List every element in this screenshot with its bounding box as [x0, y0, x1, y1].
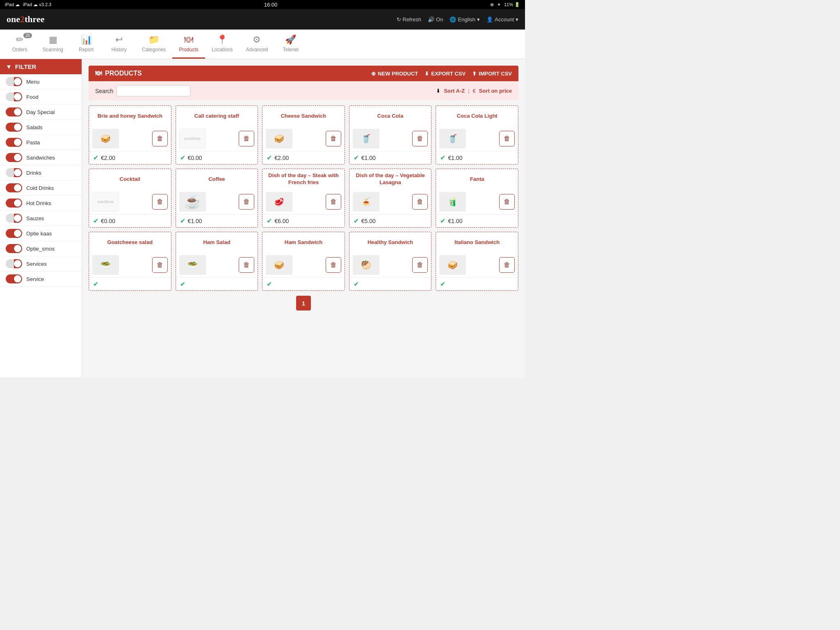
product-img-cocktail: one2three	[92, 192, 119, 212]
product-card-goatcheese[interactable]: Goatcheese salad 🥗 🗑 ✔	[89, 232, 171, 291]
dayspecial-toggle[interactable]	[6, 107, 22, 116]
search-bar: Search ⬇ Sort A-Z | € Sort on price	[89, 81, 518, 100]
filter-optiekaas[interactable]: Optie kaas	[0, 226, 82, 241]
menu-toggle[interactable]	[6, 77, 22, 86]
product-card-fanta[interactable]: Fanta 🧃 🗑 ✔ €1.00	[436, 169, 518, 228]
delete-cocalight-button[interactable]: 🗑	[499, 131, 515, 146]
delete-coffee-button[interactable]: 🗑	[239, 194, 254, 210]
product-card-hamsalad[interactable]: Ham Salad 🥗 🗑 ✔	[176, 232, 258, 291]
nav-locations[interactable]: 📍 Locations	[205, 30, 239, 59]
optiekaas-label: Optie kaas	[26, 231, 52, 237]
filter-dayspecial[interactable]: Day Special	[0, 105, 82, 120]
export-csv-button[interactable]: ⬇ EXPORT CSV	[425, 71, 466, 77]
filter-salads[interactable]: Salads	[0, 120, 82, 135]
nav-history[interactable]: ↩ History	[103, 30, 135, 59]
language-button[interactable]: 🌐 English ▾	[450, 16, 480, 23]
product-body-dishsteak: 🥩 🗑	[262, 189, 345, 214]
filter-service[interactable]: Service	[0, 272, 82, 287]
nav-report[interactable]: 📊 Report	[70, 30, 103, 59]
product-card-cocktail[interactable]: Cocktail one2three 🗑 ✔ €0.00	[89, 169, 171, 228]
product-body-cocalight: 🥤 🗑	[436, 126, 518, 151]
filter-pasta[interactable]: Pasta	[0, 135, 82, 150]
filter-menu[interactable]: Menu	[0, 74, 82, 89]
product-card-coffee[interactable]: Coffee ☕ 🗑 ✔ €1.00	[176, 169, 258, 228]
sort-price-button[interactable]: Sort on price	[479, 88, 512, 94]
product-card-cheese[interactable]: Cheese Sandwich 🥪 🗑 ✔ €2.00	[262, 105, 345, 164]
colddrinks-toggle[interactable]	[6, 183, 22, 192]
delete-fanta-button[interactable]: 🗑	[499, 194, 515, 210]
refresh-button[interactable]: ↻ Refresh	[397, 16, 422, 23]
nav-scanning[interactable]: ▦ Scanning	[36, 30, 70, 59]
nav-advanced[interactable]: ⚙ Advanced	[239, 30, 274, 59]
nav-telenet[interactable]: 🚀 Telenet	[274, 30, 307, 59]
product-footer-brie: ✔ €2.00	[89, 151, 171, 164]
product-card-cocacola[interactable]: Coca Cola 🥤 🗑 ✔ €1.00	[349, 105, 432, 164]
account-button[interactable]: 👤 Account ▾	[486, 16, 518, 23]
product-card-brie[interactable]: Brie and honey Sandwich 🥪 🗑 ✔ €2.00	[89, 105, 171, 164]
filter-sauzes[interactable]: Sauzes	[0, 211, 82, 226]
product-card-italiano[interactable]: Italiano Sandwich 🥪 🗑 ✔	[436, 232, 518, 291]
filter-optiesmos[interactable]: Optie_smos	[0, 241, 82, 256]
drinks-toggle[interactable]	[6, 168, 22, 177]
pasta-toggle[interactable]	[6, 138, 22, 147]
nav-categories[interactable]: 📁 Categories	[135, 30, 172, 59]
product-card-cocalight[interactable]: Coca Cola Light 🥤 🗑 ✔ €1.00	[436, 105, 518, 164]
sort-az-button[interactable]: Sort A-Z	[444, 88, 465, 94]
product-card-hamsandwich[interactable]: Ham Sandwich 🥪 🗑 ✔	[262, 232, 345, 291]
product-name-hamsalad: Ham Salad	[176, 232, 258, 253]
nav-orders[interactable]: ✏ Orders 20	[3, 30, 36, 59]
delete-cheese-button[interactable]: 🗑	[326, 131, 341, 146]
product-footer-goatcheese: ✔	[89, 277, 171, 290]
filter-services[interactable]: Services	[0, 256, 82, 272]
food-toggle[interactable]	[6, 92, 22, 101]
page-1-button[interactable]: 1	[296, 296, 311, 310]
filter-drinks[interactable]: Drinks	[0, 165, 82, 180]
product-footer-hamsalad: ✔	[176, 277, 258, 290]
delete-dishveg-button[interactable]: 🗑	[412, 194, 428, 210]
delete-dishsteak-button[interactable]: 🗑	[326, 194, 341, 210]
delete-cocacola-button[interactable]: 🗑	[412, 131, 428, 146]
delete-hamsandwich-button[interactable]: 🗑	[326, 257, 341, 273]
active-icon-coffee: ✔	[180, 217, 185, 225]
sound-button[interactable]: 🔊 On	[428, 16, 443, 23]
search-input[interactable]	[116, 85, 190, 96]
product-card-dishveg[interactable]: Dish of the day – Vegetable Lasagna 🍝 🗑 …	[349, 169, 432, 228]
delete-cocktail-button[interactable]: 🗑	[152, 194, 168, 210]
product-name-goatcheese: Goatcheese salad	[89, 232, 171, 253]
optiesmos-toggle[interactable]	[6, 244, 22, 253]
nav-categories-label: Categories	[142, 47, 166, 52]
sauzes-toggle[interactable]	[6, 214, 22, 223]
services-toggle[interactable]	[6, 259, 22, 268]
service-toggle[interactable]	[6, 274, 22, 283]
history-icon: ↩	[115, 34, 123, 45]
product-card-dishsteak[interactable]: Dish of the day – Steak with French frie…	[262, 169, 345, 228]
delete-healthy-button[interactable]: 🗑	[412, 257, 428, 273]
nav-products[interactable]: 🍽 Products	[172, 30, 205, 59]
product-img-healthy: 🥙	[353, 255, 379, 275]
hotdrinks-toggle[interactable]	[6, 199, 22, 208]
new-product-button[interactable]: ⊕ NEW PRODUCT	[371, 71, 418, 77]
product-card-callcatering[interactable]: Call catering staff one2three 🗑 ✔ €0.00	[176, 105, 258, 164]
active-icon-italiano: ✔	[440, 280, 445, 288]
price-dishsteak: €6.00	[274, 218, 289, 224]
services-label: Services	[26, 261, 47, 267]
filter-sandwiches[interactable]: Sandwiches	[0, 150, 82, 165]
delete-brie-button[interactable]: 🗑	[152, 131, 168, 146]
delete-goatcheese-button[interactable]: 🗑	[152, 257, 168, 273]
status-time: 16:00	[264, 2, 278, 8]
optiekaas-toggle[interactable]	[6, 229, 22, 238]
delete-hamsalad-button[interactable]: 🗑	[239, 257, 254, 273]
product-img-italiano: 🥪	[439, 255, 466, 275]
drinks-label: Drinks	[26, 170, 41, 176]
delete-callcatering-button[interactable]: 🗑	[239, 131, 254, 146]
active-icon-hamsalad: ✔	[180, 280, 185, 288]
filter-colddrinks[interactable]: Cold Drinks	[0, 180, 82, 196]
sandwiches-toggle[interactable]	[6, 153, 22, 162]
product-card-healthy[interactable]: Healthy Sandwich 🥙 🗑 ✔	[349, 232, 432, 291]
delete-italiano-button[interactable]: 🗑	[499, 257, 515, 273]
salads-toggle[interactable]	[6, 123, 22, 132]
filter-hotdrinks[interactable]: Hot Drinks	[0, 196, 82, 211]
filter-food[interactable]: Food	[0, 89, 82, 105]
import-csv-button[interactable]: ⬆ IMPORT CSV	[472, 71, 512, 77]
product-body-italiano: 🥪 🗑	[436, 253, 518, 277]
